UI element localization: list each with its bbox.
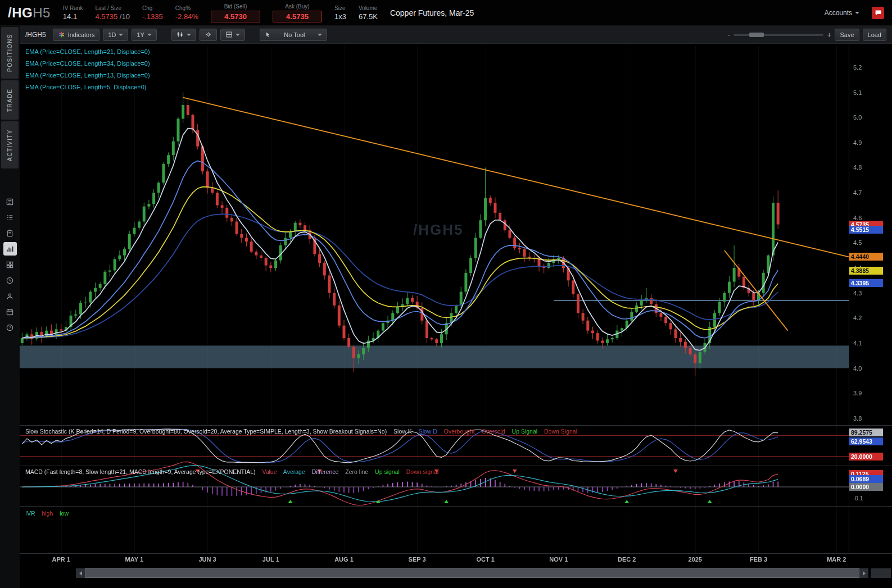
indicators-pinwheel-icon <box>58 31 65 38</box>
ivr-low-label: low <box>60 510 69 517</box>
study-label-ema34[interactable]: EMA (Price=CLOSE, Length=34, Displace=0) <box>25 60 150 67</box>
macd-axis-label: 0.0000 <box>849 483 883 491</box>
history-icon[interactable] <box>3 274 17 287</box>
ivr-title[interactable]: IVR <box>25 510 35 517</box>
zoom-in-button[interactable]: + <box>827 30 831 39</box>
macd-title[interactable]: MACD (Fast length=8, Slow length=21, MAC… <box>25 468 256 475</box>
last-size-suffix: /10 <box>120 12 130 21</box>
symbol-title: /HGH5 <box>8 5 51 21</box>
volume-field: Volume 67.5K <box>359 5 378 21</box>
save-button[interactable]: Save <box>835 29 859 41</box>
study-label-ema5[interactable]: EMA (Price=CLOSE, Length=5, Displace=0) <box>25 84 150 90</box>
contacts-icon[interactable] <box>3 289 17 303</box>
last-value: 4.5735 <box>95 12 117 21</box>
zoom-slider-thumb[interactable] <box>749 33 764 37</box>
candlestick-style-icon <box>176 31 184 38</box>
stoch-overbought-label: Overbought <box>444 428 475 435</box>
contract-description: Copper Futures, Mar-25 <box>390 8 474 17</box>
sidebar-tab-trade[interactable]: TRADE <box>1 80 19 120</box>
chevron-down-icon <box>147 34 152 36</box>
sidebar-tab-positions[interactable]: POSITIONS <box>1 27 19 79</box>
chart-area: /HGH5 EMA (Price=CLOSE, Length=21, Displ… <box>20 44 892 588</box>
stoch-slowd-label: Slow D <box>419 428 437 435</box>
grid-layout-dropdown[interactable] <box>220 29 245 41</box>
bid-label: Bid (Sell) <box>224 3 247 10</box>
macd-difference-label: Difference <box>312 468 339 475</box>
iv-rank-field: IV Rank 14.1 <box>63 5 83 21</box>
macd-average-label: Average <box>283 468 305 475</box>
price-axis-label: 4.3885 <box>849 267 883 275</box>
chart-settings-button[interactable] <box>200 29 217 41</box>
stochastic-title[interactable]: Slow Stochastic (K Period=14, D Period=9… <box>25 428 387 435</box>
widgets-icon[interactable] <box>3 258 17 271</box>
ask-label: Ask (Buy) <box>285 3 309 10</box>
drawing-tool-dropdown[interactable]: No Tool <box>260 29 327 41</box>
volume-value: 67.5K <box>359 12 378 21</box>
study-labels: EMA (Price=CLOSE, Length=21, Displace=0)… <box>25 48 150 95</box>
study-label-ema13[interactable]: EMA (Price=CLOSE, Length=13, Displace=0) <box>25 72 150 79</box>
chgpct-field: Chg% -2.84% <box>175 5 198 21</box>
macd-downsignal-label: Down signal <box>406 468 438 475</box>
stoch-axis-label: 89.2575 <box>849 429 883 436</box>
timeframe-dropdown[interactable]: 1D <box>103 29 128 41</box>
chart-icon[interactable] <box>3 242 17 256</box>
scrollbar-thumb[interactable] <box>85 568 859 578</box>
stoch-downsignal-label: Down Signal <box>544 428 577 435</box>
help-icon[interactable]: ? <box>3 321 17 334</box>
ask-button[interactable]: 4.5735 <box>273 11 322 22</box>
price-axis-label: 4.5515 <box>849 226 883 234</box>
range-dropdown[interactable]: 1Y <box>132 29 156 41</box>
news-icon[interactable] <box>3 195 17 208</box>
time-scrollbar[interactable] <box>76 568 868 578</box>
bid-button[interactable]: 4.5730 <box>211 11 260 22</box>
support-chat-icon[interactable] <box>872 7 884 19</box>
stoch-oversold-label: Oversold <box>482 428 505 435</box>
chart-style-dropdown[interactable] <box>171 29 196 41</box>
ask-field: Ask (Buy) 4.5735 <box>273 3 322 22</box>
ivr-legend: IVR high low <box>25 510 74 517</box>
chart-gadget: /HGH5 Indicators 1D 1Y No Tool <box>20 26 892 588</box>
scroll-right-button[interactable] <box>859 568 868 578</box>
macd-axis-label: 0.0689 <box>849 475 883 483</box>
calendar-icon[interactable] <box>3 305 17 318</box>
stoch-axis-label: 20.0000 <box>849 453 883 461</box>
zoom-control: - + <box>728 30 832 39</box>
chg-value: -.1335 <box>142 12 163 21</box>
stoch-slowk-label: Slow K <box>393 428 412 435</box>
sidebar-tab-activity[interactable]: ACTIVITY <box>1 121 19 168</box>
indicators-label: Indicators <box>68 31 95 38</box>
watchlist-icon[interactable] <box>3 211 17 224</box>
left-sidebar: POSITIONS TRADE ACTIVITY ? <box>0 26 20 588</box>
size-value: 1x3 <box>334 12 346 21</box>
price-chart-canvas[interactable] <box>20 44 892 588</box>
zoom-out-button[interactable]: - <box>728 30 731 39</box>
size-label: Size <box>334 5 345 11</box>
chgpct-value: -2.84% <box>175 12 198 21</box>
price-axis-label: 4.4440 <box>849 253 883 261</box>
load-button[interactable]: Load <box>863 29 886 41</box>
study-label-ema21[interactable]: EMA (Price=CLOSE, Length=21, Displace=0) <box>25 48 150 55</box>
scroll-left-button[interactable] <box>76 568 85 578</box>
macd-zeroline-label: Zero line <box>345 468 368 475</box>
iv-rank-label: IV Rank <box>63 5 83 11</box>
drawing-tool-value: No Tool <box>284 31 305 38</box>
iv-rank-value: 14.1 <box>63 12 77 21</box>
macd-legend: MACD (Fast length=8, Slow length=21, MAC… <box>25 468 443 475</box>
macd-value-label: Value <box>262 468 277 475</box>
macd-upsignal-label: Up signal <box>375 468 400 475</box>
size-field: Size 1x3 <box>334 5 346 21</box>
accounts-label: Accounts <box>825 9 852 17</box>
triangle-left-icon <box>79 571 82 576</box>
chg-field: Chg -.1335 <box>142 5 163 21</box>
zoom-slider[interactable] <box>733 34 823 36</box>
toolbar-symbol[interactable]: /HGH5 <box>25 31 46 39</box>
ivr-high-label: high <box>42 510 53 517</box>
chg-label: Chg <box>142 5 152 11</box>
accounts-menu[interactable]: Accounts <box>825 9 859 17</box>
orders-icon[interactable] <box>3 226 17 240</box>
svg-text:?: ? <box>8 325 11 330</box>
indicators-button[interactable]: Indicators <box>53 29 100 41</box>
timeframe-value: 1D <box>108 31 116 38</box>
chevron-down-icon <box>855 12 859 14</box>
chart-toolbar: /HGH5 Indicators 1D 1Y No Tool <box>20 26 892 44</box>
